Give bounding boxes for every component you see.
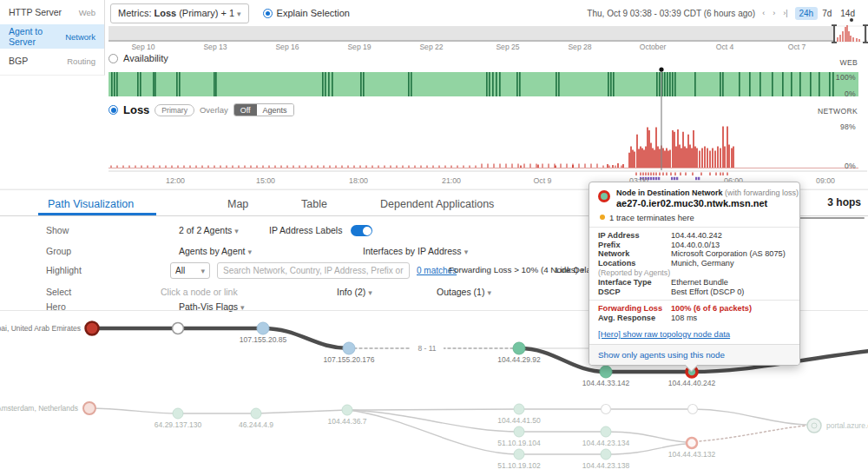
axis-side-label: 100% [836, 73, 856, 82]
node-label: 107.155.20.85 [240, 335, 287, 344]
search-input[interactable] [217, 262, 410, 279]
path-node-104.44.33.142[interactable] [600, 366, 612, 378]
availability-radio[interactable] [108, 54, 118, 63]
loss-header: Loss Primary Overlay Off Agents [108, 103, 294, 116]
chevron-down-icon [198, 266, 205, 275]
time-axis-label: Oct 9 [518, 176, 567, 185]
node-label: 51.10.19.104 [497, 439, 541, 447]
overlay-agents-button[interactable]: Agents [257, 104, 293, 116]
availability-header: Availability [108, 53, 168, 63]
group-label: Group [46, 246, 71, 256]
highlight-label: Highlight [46, 265, 82, 275]
show-label: Show [46, 225, 69, 235]
path-node-51.10.19.102[interactable] [514, 449, 524, 459]
path-node-104.44.36.7[interactable] [342, 405, 352, 415]
field-value: Munich, Germany [671, 259, 734, 268]
info-dropdown[interactable]: Info (2) [337, 287, 372, 297]
test-category: Network [65, 32, 95, 42]
raw-topology-link[interactable]: [Hero] show raw topology node data [589, 327, 799, 344]
divider [589, 227, 799, 228]
tab-map[interactable]: Map [227, 198, 248, 210]
avg-response-row: Avg. Response108 ms [598, 314, 791, 323]
path-link[interactable] [347, 410, 519, 454]
timeline-date-label: Oct 4 [700, 43, 749, 51]
test-category: Routing [67, 56, 95, 66]
group-agents-dropdown[interactable]: Agents by Agent [179, 246, 252, 256]
path-link[interactable] [693, 409, 806, 425]
overlay-off-button[interactable]: Off [234, 104, 257, 116]
time-axis-label: 18:00 [334, 176, 383, 185]
test-name: HTTP Server [9, 7, 62, 17]
primary-pill[interactable]: Primary [155, 104, 194, 116]
path-node-white-f[interactable] [688, 405, 698, 414]
active-tab-underline [38, 213, 156, 215]
sidebar-item-http-server[interactable]: HTTP ServerWeb [0, 0, 104, 24]
field-label: DSCP [598, 288, 671, 297]
path-node-104.44.43.132[interactable] [687, 438, 697, 448]
path-node-51.10.19.104[interactable] [514, 426, 524, 437]
path-node-portal.azure.com (40.90.65.187)[interactable] [807, 419, 821, 433]
field-value: Best Effort (DSCP 0) [671, 288, 744, 297]
chevron-down-icon [245, 246, 252, 256]
tab-dependent-applications[interactable]: Dependent Applications [380, 198, 494, 210]
path-link[interactable] [89, 408, 178, 413]
path-node-107.155.20.85[interactable] [257, 322, 269, 334]
field-label: Interface Type [598, 278, 671, 288]
field-label: Locations [598, 259, 671, 268]
path-node-Amsterdam, Netherlands[interactable] [83, 402, 95, 414]
agents-dropdown[interactable]: 2 of 2 Agents [179, 225, 239, 235]
divider [589, 300, 799, 301]
sidebar-item-agent-to-server[interactable]: Agent to ServerNetwork [0, 24, 104, 49]
path-node-107.155.20.176[interactable] [343, 342, 355, 354]
overlay-toggle-group: Off Agents [233, 103, 294, 116]
path-link[interactable] [347, 410, 519, 432]
sidebar-item-bgp[interactable]: BGPRouting [0, 49, 104, 73]
path-link[interactable] [347, 409, 519, 410]
field-label: IP Address [598, 231, 671, 241]
tooltip-field-row: DSCPBest Effort (DSCP 0) [598, 288, 791, 297]
path-node-104.44.41.50[interactable] [514, 404, 524, 414]
warning-dot-icon [600, 215, 605, 220]
select-placeholder: Click a node or link [161, 287, 238, 297]
node-label: 104.44.29.92 [497, 355, 541, 364]
field-value: Ethernet Bundle [671, 278, 728, 288]
timeline-date-label: Sep 19 [335, 43, 384, 51]
path-link[interactable] [256, 410, 347, 413]
node-label: 107.155.20.176 [323, 355, 374, 364]
path-node-Dubai, United Arab Emirates[interactable] [86, 322, 99, 335]
tab-path-visualization[interactable]: Path Visualization [48, 198, 134, 210]
time-axis-label: 21:00 [427, 176, 476, 185]
test-name: BGP [9, 56, 28, 66]
axis-side-label: 98% [840, 122, 856, 131]
time-axis-label: 09:00 [801, 176, 850, 185]
tab-table[interactable]: Table [301, 198, 327, 210]
chevron-down-icon [365, 287, 372, 297]
path-node-104.44.29.92[interactable] [513, 342, 525, 354]
outages-dropdown[interactable]: Outages (1) [437, 287, 491, 297]
trace-terminates-note: 1 trace terminates here [589, 210, 799, 227]
path-link[interactable] [700, 426, 806, 441]
path-node-104.44.23.138[interactable] [601, 449, 611, 459]
ip-labels-toggle[interactable] [351, 225, 372, 236]
chevron-down-icon [232, 225, 239, 235]
tooltip-node-type: Node in Destination Network (with forwar… [616, 188, 799, 197]
node-label: 104.44.41.50 [497, 416, 541, 425]
timeline-date-label: Sep 22 [407, 43, 456, 51]
path-node-64.29.137.130[interactable] [173, 408, 183, 419]
field-value: 104.40.0.0/13 [671, 241, 720, 250]
timeline-date-label: Sep 25 [483, 43, 532, 51]
path-node-46.244.4.9[interactable] [251, 408, 261, 419]
path-node-104.44.23.134[interactable] [601, 426, 611, 437]
group-interfaces-dropdown[interactable]: Interfaces by IP Address [363, 246, 468, 256]
field-value: Microsoft Corporation (AS 8075) [671, 249, 786, 259]
time-axis-label: 12:00 [151, 176, 200, 185]
highlight-scope-dropdown[interactable]: All [170, 262, 210, 279]
tooltip-field-row: (Reported by Agents) [598, 268, 791, 278]
field-label: Prefix [598, 241, 671, 250]
path-node-white-f[interactable] [602, 405, 611, 414]
loss-radio[interactable] [108, 105, 118, 115]
path-node-white[interactable] [173, 323, 184, 334]
chevron-down-icon [484, 287, 491, 297]
node-label: 104.44.36.7 [328, 417, 367, 426]
node-label: Amsterdam, Netherlands [0, 404, 78, 413]
